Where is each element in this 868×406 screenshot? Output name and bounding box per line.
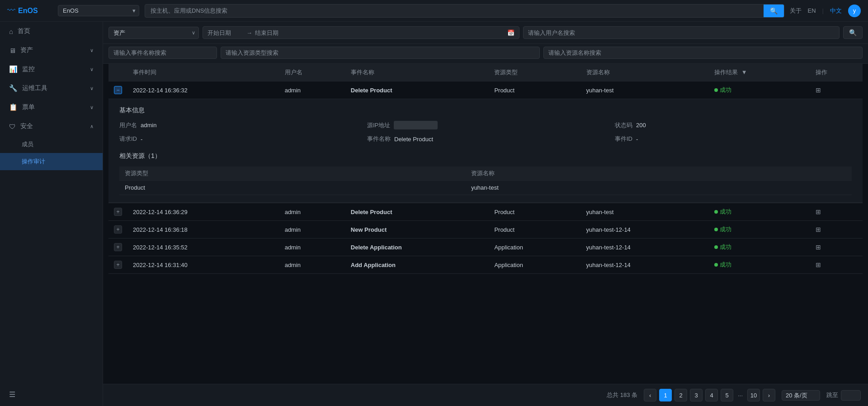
related-resources-table: 资源类型 资源名称 Product yuhan-test [119,167,852,195]
page-button-2[interactable]: 2 [675,389,687,401]
sidebar-item-security[interactable]: 🛡 安全 ∧ [0,117,103,136]
expand-cell: + [108,239,127,256]
calendar-icon[interactable]: 📅 [507,29,514,36]
resource-type-cell: Product [489,81,580,99]
source-ip-value: ███████ [394,121,437,129]
table-row: + 2022-12-14 16:35:52 admin Delete Appli… [108,239,863,256]
source-ip-info: 源IP地址 ███████ [367,121,604,129]
username-cell: admin [279,81,345,99]
page-button-1[interactable]: 1 [659,389,672,401]
sidebar-label-security: 安全 [20,122,33,130]
next-page-button[interactable]: › [763,389,775,401]
goto-input[interactable] [841,390,861,401]
page-ellipsis: ··· [736,392,745,399]
page-button-5[interactable]: 5 [721,389,733,401]
goto-label: 跳至 [826,391,838,399]
page-size-select[interactable]: 20 条/页 50 条/页 100 条/页 [782,390,820,401]
event-name-cell: Delete Application [345,239,489,256]
expanded-content: 基本信息 用户名 admin 源IP地址 ███████ [108,99,863,203]
date-end-input[interactable] [255,29,291,36]
category-select[interactable]: 资产 [108,27,199,39]
event-time-cell: 2022-12-14 16:36:32 [127,81,279,99]
page-button-10[interactable]: 10 [747,389,760,401]
global-search-input[interactable] [145,5,764,17]
col-result: 操作结果 ▼ [709,64,810,81]
env-selector-wrap: EnOS [58,5,139,16]
sidebar-label-home: 首页 [18,27,30,35]
result-cell: 成功 [709,239,810,256]
sidebar-item-ops[interactable]: 🔧 运维工具 ∨ [0,79,103,98]
detail-icon[interactable]: ⊞ [816,86,821,94]
resource-type-cell: Application [489,239,580,256]
global-search-bar: 🔍 [145,4,784,18]
event-time-cell: 2022-12-14 16:35:52 [127,239,279,256]
home-icon: ⌂ [9,28,13,35]
expand-cell: + [108,256,127,274]
nav-zh[interactable]: 中文 [830,7,842,15]
username-info-label: 用户名 [119,121,137,129]
event-id-value: - [636,136,638,143]
source-ip-label: 源IP地址 [367,121,390,129]
sidebar-item-members[interactable]: 成员 [0,136,103,153]
pagination-bar: 总共 183 条 ‹ 1 2 3 4 5 ··· 10 › 20 条/页 50 … [103,384,868,406]
username-search-input[interactable] [523,26,840,39]
detail-icon[interactable]: ⊞ [816,244,821,251]
page-button-3[interactable]: 3 [690,389,703,401]
resource-name-search-input[interactable] [543,47,863,59]
detail-icon[interactable]: ⊞ [816,226,821,233]
related-name-cell: yuhan-test [466,181,852,195]
filter-bar-1: 资产 → 📅 🔍 [103,22,868,44]
sidebar-item-monitor[interactable]: 📊 监控 ∨ [0,60,103,79]
security-icon: 🛡 [9,123,16,130]
prev-page-button[interactable]: ‹ [644,389,656,401]
request-id-info: 请求ID - [119,135,356,143]
status-code-value: 200 [636,122,646,129]
total-count: 总共 183 条 [607,391,637,399]
nav-en[interactable]: EN [808,7,816,14]
status-dot [714,263,718,267]
col-action: 操作 [810,64,863,81]
sidebar-label-assets: 资产 [20,46,33,54]
sidebar-item-audit[interactable]: 操作审计 [0,153,103,170]
env-selector[interactable]: EnOS [58,5,139,16]
sidebar-item-tickets[interactable]: 📋 票单 ∨ [0,98,103,117]
related-type-cell: Product [119,181,466,195]
event-name-search-input[interactable] [108,47,217,59]
sidebar-menu-toggle[interactable]: ☰ [0,383,103,406]
expand-button[interactable]: + [114,225,122,234]
expand-button[interactable]: + [114,243,122,251]
content-area: 资产 → 📅 🔍 事件时间 [103,22,868,406]
date-start-input[interactable] [208,29,244,36]
date-range-picker[interactable]: → 📅 [203,26,519,39]
global-search-button[interactable]: 🔍 [764,5,784,17]
sidebar-item-assets[interactable]: 🖥 资产 ∨ [0,41,103,60]
action-cell: ⊞ [810,81,863,99]
status-dot [714,228,718,231]
avatar[interactable]: y [848,5,861,17]
resource-name-cell: yuhan-test-12-14 [581,221,709,239]
detail-icon[interactable]: ⊞ [816,208,821,215]
logo-text: EnOS [18,7,38,15]
request-id-label: 请求ID [119,135,137,143]
expand-button[interactable]: + [114,208,122,216]
nav-about[interactable]: 关于 [790,7,802,15]
username-search-button[interactable]: 🔍 [843,26,863,39]
event-time-cell: 2022-12-14 16:36:18 [127,221,279,239]
status-dot [714,210,718,214]
filter-icon[interactable]: ▼ [741,69,747,76]
page-button-4[interactable]: 4 [705,389,718,401]
col-resource-name: 资源名称 [581,64,709,81]
event-name-info-label: 事件名称 [367,135,391,143]
resource-type-search-input[interactable] [221,47,540,59]
resource-name-cell: yuhan-test [581,203,709,221]
expand-button[interactable]: + [114,261,122,269]
expanded-detail-row: 基本信息 用户名 admin 源IP地址 ███████ [108,99,863,203]
sidebar-label-monitor: 监控 [22,65,35,73]
detail-icon[interactable]: ⊞ [816,261,821,268]
sidebar-item-home[interactable]: ⌂ 首页 [0,22,103,41]
audit-table-wrap: 事件时间 用户名 事件名称 资源类型 资源名称 操作结果 ▼ 操作 [103,64,868,384]
collapse-button[interactable]: − [114,86,122,94]
monitor-icon: 📊 [9,65,18,73]
table-row: − 2022-12-14 16:36:32 admin Delete Produ… [108,81,863,99]
related-col-name: 资源名称 [466,167,852,181]
